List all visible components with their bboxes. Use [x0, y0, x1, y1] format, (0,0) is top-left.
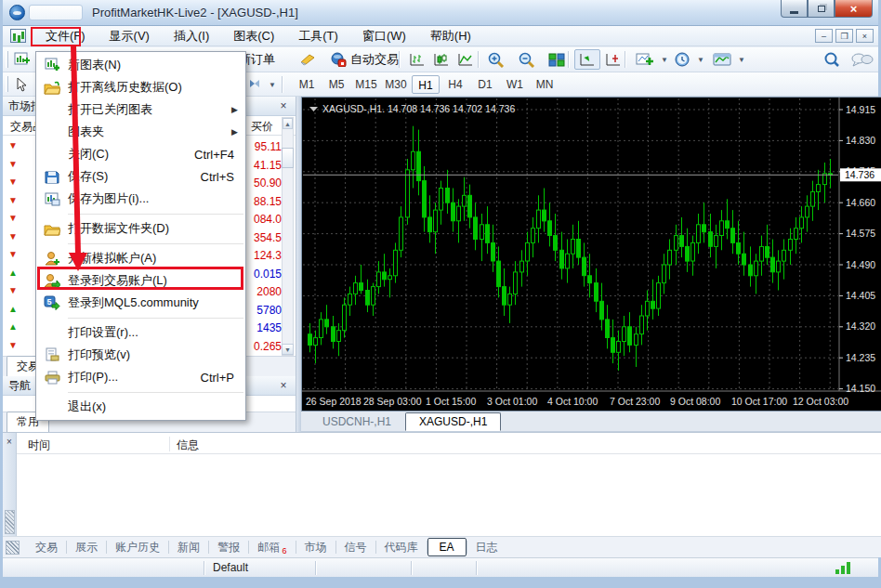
timeframe-mn[interactable]: MN	[531, 75, 559, 94]
svg-text:14.736: 14.736	[845, 169, 874, 180]
menu-item-2[interactable]: 插入(I)	[162, 26, 221, 46]
candlestick-mode-button[interactable]	[428, 49, 454, 70]
ask-column-header[interactable]: 买价	[251, 119, 273, 135]
ask-price: 1435	[256, 321, 282, 334]
terminal-tab-1[interactable]: 展示	[67, 538, 106, 557]
window-title: ProfitMarketHK-Live2 - [XAGUSD-,H1]	[92, 6, 298, 20]
chart-window-icon	[10, 29, 26, 43]
indicators-button[interactable]: ▼	[631, 49, 672, 70]
svg-text:14.150: 14.150	[846, 383, 875, 394]
terminal-tab-6[interactable]: 市场	[296, 538, 335, 557]
symbol-cycle-button[interactable]: ▼	[243, 74, 280, 95]
templates-button[interactable]: ▼	[709, 49, 749, 70]
terminal-tab-0[interactable]: 交易	[27, 538, 66, 557]
child-minimize-button[interactable]: –	[815, 29, 833, 43]
terminal-tab-4[interactable]: 警报	[209, 538, 248, 557]
timeframe-h4[interactable]: H4	[441, 75, 469, 94]
timeframe-w1[interactable]: W1	[501, 75, 529, 94]
zoom-in-button[interactable]	[483, 49, 509, 70]
file-menu-item-15[interactable]: 打印预览(v)	[36, 344, 245, 366]
print-preview-icon	[36, 347, 68, 362]
price-down-arrow-icon: ▼	[8, 213, 18, 223]
timeframe-m1[interactable]: M1	[293, 75, 321, 94]
profile-name[interactable]: Default	[213, 561, 248, 574]
chart-tab-1[interactable]: XAGUSD-,H1	[405, 412, 501, 431]
menu-item-6[interactable]: 帮助(H)	[418, 26, 483, 46]
price-down-arrow-icon: ▼	[8, 285, 18, 295]
restore-button[interactable]	[808, 0, 835, 18]
autotrading-icon	[330, 52, 347, 67]
chart-tab-bar: USDCNH-,H1XAGUSD-,H1	[301, 412, 881, 432]
terminal-close-icon[interactable]: ×	[3, 437, 16, 447]
file-menu-item-14[interactable]: 打印设置(r)...	[36, 321, 245, 344]
ask-price: 0.265	[254, 340, 282, 353]
ask-price: 2080	[256, 285, 282, 298]
close-button[interactable]: ×	[835, 0, 873, 18]
chart-shift-button[interactable]	[600, 49, 626, 70]
line-chart-mode-button[interactable]	[453, 49, 479, 70]
file-menu-item-18[interactable]: 退出(x)	[36, 396, 245, 418]
terminal-tab-7[interactable]: 信号	[336, 538, 375, 557]
timeframe-m30[interactable]: M30	[382, 75, 410, 94]
metaeditor-button[interactable]	[295, 49, 321, 70]
price-down-arrow-icon: ▼	[8, 140, 18, 150]
svg-text:26 Sep 2018: 26 Sep 2018	[306, 396, 362, 407]
timeframe-m5[interactable]: M5	[322, 75, 350, 94]
child-restore-button[interactable]: ❒	[835, 29, 853, 43]
symbol-cycle-dropdown-arrow[interactable]: ▼	[269, 81, 276, 89]
templates-dropdown-arrow[interactable]: ▼	[738, 56, 745, 64]
market-watch-close-icon[interactable]: ×	[277, 99, 290, 112]
bar-chart-mode-icon	[408, 52, 427, 68]
timeframe-d1[interactable]: D1	[471, 75, 499, 94]
chat-button[interactable]	[847, 49, 878, 70]
chart-tab-0[interactable]: USDCNH-,H1	[309, 412, 405, 431]
auto-scroll-button[interactable]	[574, 49, 600, 70]
scroll-up-arrow[interactable]: ▲	[283, 118, 293, 129]
terminal-tab-8[interactable]: 代码库	[376, 538, 427, 557]
chart-svg: 14.91514.83014.74514.66014.57514.49014.4…	[302, 98, 881, 411]
candlestick-mode-icon	[432, 52, 451, 68]
autotrading-button[interactable]: 自动交易	[326, 49, 402, 70]
bar-chart-mode-button[interactable]	[404, 49, 430, 70]
terminal-tab-3[interactable]: 新闻	[169, 538, 208, 557]
terminal-tab-5[interactable]: 邮箱 6	[249, 538, 296, 557]
annotation-box-file-menu	[31, 27, 81, 46]
menu-item-1[interactable]: 显示(V)	[98, 26, 162, 46]
svg-text:4 Oct 10:00: 4 Oct 10:00	[547, 396, 598, 407]
print-icon	[36, 371, 68, 385]
new-chart-toolbar-button[interactable]	[10, 49, 34, 70]
scrollbar-thumb[interactable]	[282, 148, 294, 168]
periods-button[interactable]: ▼	[670, 49, 708, 70]
timeframe-h1[interactable]: H1	[412, 75, 440, 94]
message-column-header[interactable]: 信息	[177, 438, 199, 453]
navigator-close-icon[interactable]: ×	[277, 379, 290, 392]
mql5-icon: 5	[36, 295, 68, 310]
title-bar: ProfitMarketHK-Live2 - [XAGUSD-,H1] ×	[3, 0, 878, 26]
menu-item-4[interactable]: 工具(T)	[286, 26, 350, 46]
tile-windows-icon	[547, 52, 566, 68]
terminal-tab-9[interactable]: EA	[427, 538, 467, 556]
file-menu-item-12[interactable]: 5登录到MQL5.community	[36, 292, 245, 314]
market-watch-scrollbar[interactable]: ▲ ▼	[282, 117, 294, 356]
terminal-tab-10[interactable]: 日志	[467, 538, 506, 557]
child-close-button[interactable]: ×	[856, 29, 874, 43]
indicators-dropdown-arrow[interactable]: ▼	[661, 56, 668, 64]
periods-dropdown-arrow[interactable]: ▼	[697, 56, 704, 64]
chart-window[interactable]: 14.91514.83014.74514.66014.57514.49014.4…	[301, 97, 881, 412]
zoom-out-button[interactable]	[514, 49, 540, 70]
file-menu-item-16[interactable]: 打印(P)...Ctrl+P	[36, 366, 245, 388]
tile-windows-button[interactable]	[544, 49, 570, 70]
minimize-button[interactable]	[781, 0, 808, 18]
price-down-arrow-icon: ▼	[8, 249, 18, 259]
search-button[interactable]	[819, 49, 845, 70]
scroll-down-arrow[interactable]: ▼	[282, 344, 294, 355]
cursor-icon	[14, 77, 29, 92]
menu-item-3[interactable]: 图表(C)	[221, 26, 286, 46]
time-column-header[interactable]: 时间	[28, 438, 50, 453]
terminal-tab-2[interactable]: 账户历史	[107, 538, 168, 557]
ask-price: 5780	[256, 304, 282, 317]
terminal-grip-icon[interactable]	[5, 510, 15, 534]
cursor-tool-button[interactable]	[10, 74, 33, 95]
timeframe-m15[interactable]: M15	[352, 75, 380, 94]
menu-item-5[interactable]: 窗口(W)	[350, 26, 418, 46]
